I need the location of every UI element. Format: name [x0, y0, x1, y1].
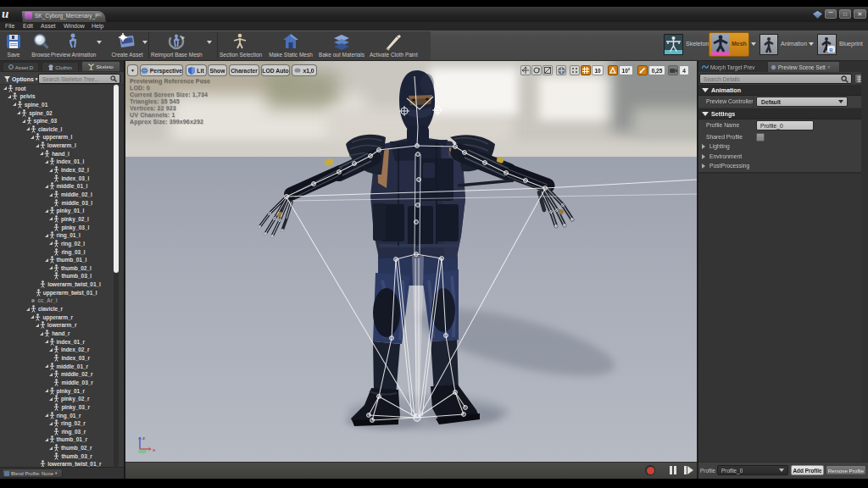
svg-text:x: x: [153, 447, 156, 452]
svg-text:z: z: [142, 435, 145, 441]
svg-text:B: B: [829, 47, 833, 53]
